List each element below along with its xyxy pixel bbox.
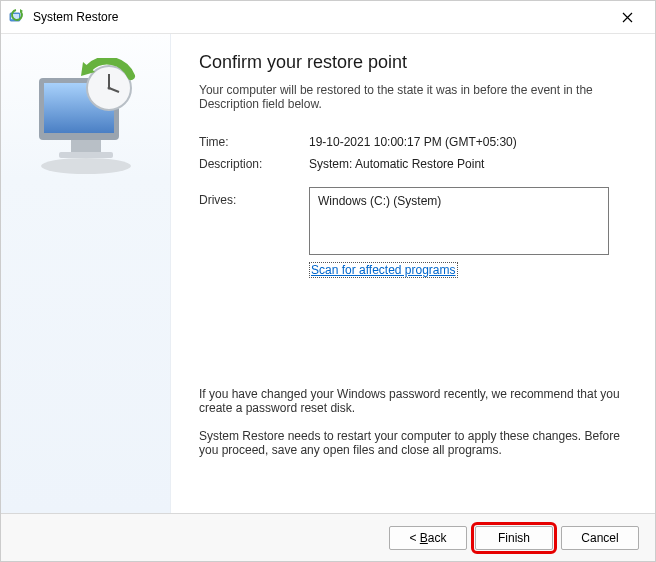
footer: < Back Finish Cancel bbox=[1, 513, 655, 561]
svg-rect-3 bbox=[71, 138, 101, 154]
back-button[interactable]: < Back bbox=[389, 526, 467, 550]
cancel-button[interactable]: Cancel bbox=[561, 526, 639, 550]
titlebar: System Restore bbox=[1, 1, 655, 33]
system-restore-icon bbox=[9, 9, 25, 25]
svg-point-2 bbox=[41, 158, 131, 174]
page-heading: Confirm your restore point bbox=[199, 52, 627, 73]
notices: If you have changed your Windows passwor… bbox=[199, 387, 627, 457]
dialog-body: Confirm your restore point Your computer… bbox=[1, 33, 655, 513]
sidebar bbox=[1, 34, 171, 513]
scan-affected-programs-link[interactable]: Scan for affected programs bbox=[309, 262, 458, 278]
finish-button[interactable]: Finish bbox=[475, 526, 553, 550]
svg-rect-4 bbox=[59, 152, 113, 158]
drives-label: Drives: bbox=[199, 187, 309, 255]
main-content: Confirm your restore point Your computer… bbox=[171, 34, 655, 513]
description-value: System: Automatic Restore Point bbox=[309, 157, 484, 171]
time-label: Time: bbox=[199, 135, 309, 149]
drive-item: Windows (C:) (System) bbox=[318, 194, 600, 208]
close-button[interactable] bbox=[607, 3, 647, 31]
description-field: Description: System: Automatic Restore P… bbox=[199, 157, 627, 171]
window-title: System Restore bbox=[33, 10, 607, 24]
password-notice: If you have changed your Windows passwor… bbox=[199, 387, 627, 415]
time-value: 19-10-2021 10:00:17 PM (GMT+05:30) bbox=[309, 135, 517, 149]
drives-listbox[interactable]: Windows (C:) (System) bbox=[309, 187, 609, 255]
drives-field: Drives: Windows (C:) (System) bbox=[199, 187, 627, 255]
restart-notice: System Restore needs to restart your com… bbox=[199, 429, 627, 457]
intro-text: Your computer will be restored to the st… bbox=[199, 83, 627, 111]
description-label: Description: bbox=[199, 157, 309, 171]
scan-link-container: Scan for affected programs bbox=[309, 263, 627, 277]
restore-illustration bbox=[21, 58, 151, 178]
time-field: Time: 19-10-2021 10:00:17 PM (GMT+05:30) bbox=[199, 135, 627, 149]
